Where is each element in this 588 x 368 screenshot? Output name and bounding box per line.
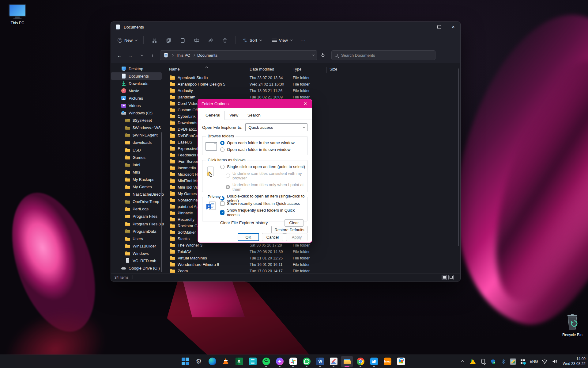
sidebar-item[interactable]: VC_RED.cab xyxy=(111,257,162,264)
sidebar-item[interactable]: Pictures xyxy=(111,94,162,102)
file-list-scrollbar[interactable] xyxy=(458,68,459,246)
sidebar-item[interactable]: Documents xyxy=(111,72,162,80)
view-button[interactable]: View xyxy=(269,36,295,45)
screenshot-tool-icon[interactable] xyxy=(510,358,516,365)
table-row[interactable]: The Witcher 3 Sat 30 05 20 17:28 File fo… xyxy=(166,242,460,248)
tray-chevron-up-icon[interactable] xyxy=(459,358,466,365)
taskbar-app-whatsapp[interactable] xyxy=(301,356,312,367)
restore-defaults-button[interactable]: Restore Defaults xyxy=(271,226,307,234)
taskbar-app-building[interactable] xyxy=(247,356,258,367)
table-row[interactable]: Wondershare Filmora 9 Thu 16 01 20 16:11… xyxy=(166,261,460,268)
open-explorer-to-select[interactable]: Quick access xyxy=(245,123,307,131)
sidebar-item[interactable]: My Backups xyxy=(111,176,162,183)
radio-single-click[interactable]: Single-click to open an item (point to s… xyxy=(220,164,307,169)
sidebar-item[interactable]: Win11Builder xyxy=(111,242,162,250)
details-view-toggle[interactable] xyxy=(442,275,447,280)
cancel-button[interactable]: Cancel xyxy=(262,233,283,241)
taskbar-clock[interactable]: 14:09 Wed 23 03 22 xyxy=(563,357,586,366)
taskbar-app-edge[interactable] xyxy=(206,356,218,367)
sidebar-item[interactable]: PerfLogs xyxy=(111,205,162,213)
column-divider[interactable] xyxy=(326,67,327,73)
taskbar-app-vlc[interactable] xyxy=(220,356,232,367)
sidebar-item[interactable]: Users xyxy=(111,235,162,242)
taskbar-app-store[interactable] xyxy=(395,356,407,367)
taskbar-app-explorer[interactable] xyxy=(341,356,353,367)
column-header-type[interactable]: Type xyxy=(293,67,301,71)
title-bar[interactable]: Documents xyxy=(111,22,460,32)
sidebar-item[interactable]: Program Files (x8 xyxy=(111,220,162,228)
radio-icon[interactable] xyxy=(226,185,230,189)
sidebar-scrollbar[interactable] xyxy=(161,132,162,272)
this-pc-desktop-icon[interactable]: This PC xyxy=(4,4,31,25)
sidebar-item[interactable]: ProgramData xyxy=(111,228,162,235)
sidebar-item[interactable]: $SysReset xyxy=(111,117,162,124)
google-drive-tray-icon[interactable] xyxy=(469,358,476,365)
table-row[interactable]: Ashampoo Home Design 5 Wed 24 02 21 16:3… xyxy=(166,81,460,87)
checkbox-icon[interactable] xyxy=(220,210,224,215)
checkbox-frequent-folders[interactable]: Show frequently used folders in Quick ac… xyxy=(220,208,307,217)
new-button[interactable]: New xyxy=(115,36,140,45)
sidebar-item[interactable]: Windows (C:) xyxy=(111,109,162,117)
sidebar-item[interactable]: My Games xyxy=(111,183,162,191)
rename-button[interactable] xyxy=(191,35,202,46)
radio-icon[interactable] xyxy=(226,174,230,178)
sidebar-item[interactable]: Windows xyxy=(111,250,162,257)
taskbar-app-word[interactable] xyxy=(314,356,326,367)
sidebar-item[interactable]: Videos xyxy=(111,102,162,109)
copy-button[interactable] xyxy=(163,35,174,46)
see-more-button[interactable]: ··· xyxy=(300,38,306,43)
table-row[interactable]: Audacity Thu 18 03 21 11:26 File folder xyxy=(166,87,460,94)
recent-locations-button[interactable] xyxy=(136,50,147,60)
paste-button[interactable] xyxy=(177,35,188,46)
taskbar-app-settings[interactable] xyxy=(193,356,205,367)
cut-button[interactable] xyxy=(149,35,160,46)
sidebar-item[interactable]: ESD xyxy=(111,146,162,154)
up-button[interactable] xyxy=(147,50,158,60)
sidebar-item[interactable]: NasCacheDirecto xyxy=(111,191,162,198)
large-icons-view-toggle[interactable] xyxy=(448,275,454,280)
input-method-icon[interactable] xyxy=(519,358,526,365)
radio-same-window[interactable]: Open each folder in the same window xyxy=(220,140,307,145)
language-indicator[interactable]: ENG xyxy=(530,359,538,364)
taskbar-app-excel[interactable] xyxy=(233,356,245,367)
sidebar-item[interactable]: Google Drive (G:) xyxy=(111,265,162,272)
taskbar-app-messenger[interactable] xyxy=(274,356,285,367)
radio-own-window[interactable]: Open each folder in its own window xyxy=(220,147,307,152)
address-dropdown-icon[interactable] xyxy=(312,53,315,56)
usb-eject-icon[interactable] xyxy=(480,358,486,365)
taskbar-app-spotify[interactable] xyxy=(260,356,272,367)
sidebar-item[interactable]: $WinREAgent xyxy=(111,132,162,139)
radio-icon[interactable] xyxy=(220,165,224,169)
checkbox-icon[interactable] xyxy=(220,201,224,206)
taskbar-app-chrome[interactable] xyxy=(355,356,366,367)
sidebar-item[interactable]: $Windows.~WS xyxy=(111,124,162,132)
sort-button[interactable]: Sort xyxy=(239,36,264,45)
radio-underline-browser[interactable]: Underline icon titles consistent with my… xyxy=(226,171,307,180)
radio-underline-point[interactable]: Underline icon titles only when I point … xyxy=(226,182,307,192)
column-header-name[interactable]: Name xyxy=(169,67,180,71)
back-button[interactable] xyxy=(114,50,125,60)
sidebar-item[interactable]: Desktop xyxy=(111,65,162,72)
checkbox-recent-files[interactable]: Show recently used files in Quick access xyxy=(220,201,307,206)
tab-general[interactable]: General xyxy=(201,111,225,120)
sidebar-item[interactable]: Music xyxy=(111,87,162,94)
taskbar-app-photos-app[interactable] xyxy=(328,356,339,367)
sidebar-item[interactable]: Games xyxy=(111,154,162,161)
breadcrumb-this-pc[interactable]: This PC xyxy=(176,53,190,58)
apply-button[interactable]: Apply xyxy=(286,233,307,241)
sidebar-item[interactable]: Downloads xyxy=(111,80,162,87)
table-row[interactable]: Virtual Machines Tue 21 01 20 12:25 File… xyxy=(166,255,460,261)
taskbar-app-slack[interactable] xyxy=(287,356,299,367)
table-row[interactable]: Apeaksoft Studio Thu 23 07 20 13:34 File… xyxy=(166,75,460,81)
windows-security-icon[interactable] xyxy=(490,358,496,365)
clear-button[interactable]: Clear xyxy=(285,219,303,227)
search-input[interactable] xyxy=(341,53,432,58)
table-row[interactable]: TotalAV Thu 20 08 20 14:39 File folder xyxy=(166,248,460,255)
column-header-size[interactable]: Size xyxy=(330,67,337,71)
minimize-button[interactable] xyxy=(418,22,432,32)
table-row[interactable]: Zoom Tue 17 03 20 14:17 File folder xyxy=(166,268,460,273)
delete-button[interactable] xyxy=(219,35,230,46)
taskbar-app-imou[interactable]: imou xyxy=(382,356,393,367)
sidebar-item[interactable]: downloads xyxy=(111,139,162,146)
ok-button[interactable]: OK xyxy=(238,233,259,241)
